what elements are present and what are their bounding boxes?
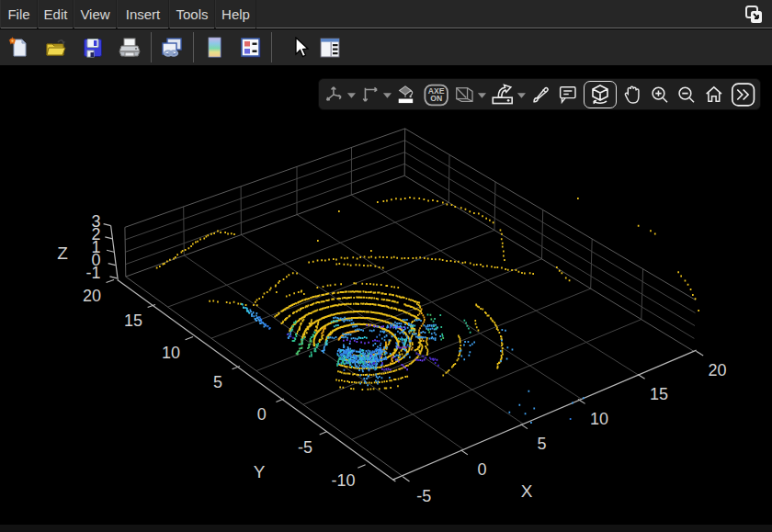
svg-text:-5: -5	[298, 438, 312, 457]
svg-text:5: 5	[213, 373, 222, 391]
svg-text:10: 10	[590, 410, 608, 428]
svg-text:5: 5	[537, 435, 546, 453]
svg-text:Z: Z	[57, 243, 68, 263]
svg-text:Y: Y	[254, 462, 266, 481]
svg-text:-10: -10	[332, 471, 356, 490]
svg-text:0: 0	[477, 460, 486, 479]
svg-text:0: 0	[257, 405, 267, 424]
svg-text:X: X	[521, 481, 533, 501]
svg-text:-5: -5	[416, 487, 431, 505]
svg-text:10: 10	[162, 344, 180, 362]
svg-text:15: 15	[124, 311, 142, 330]
svg-text:20: 20	[83, 287, 101, 305]
svg-text:-1: -1	[85, 264, 100, 282]
svg-text:15: 15	[650, 385, 668, 403]
svg-text:20: 20	[708, 361, 726, 379]
svg-text:ON: ON	[430, 94, 442, 103]
